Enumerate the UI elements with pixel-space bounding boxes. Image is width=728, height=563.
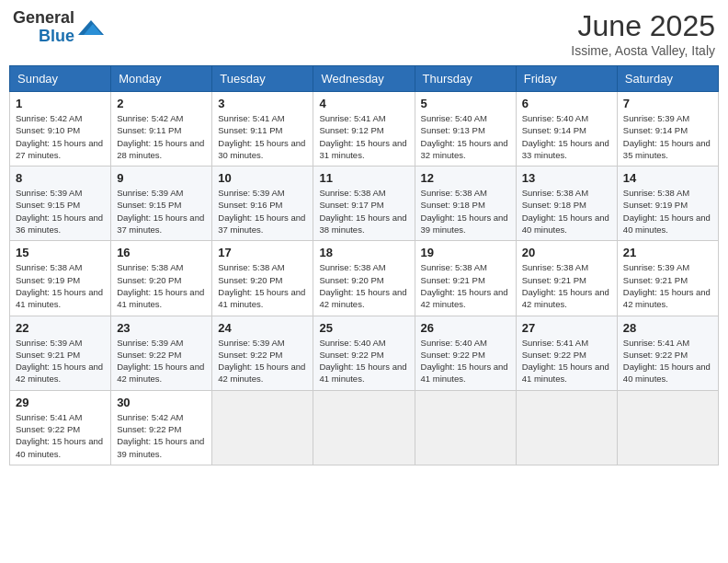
day-number: 27 xyxy=(522,321,611,335)
page-header: General Blue June 2025 Issime, Aosta Val… xyxy=(9,9,719,58)
day-info: Sunrise: 5:39 AMSunset: 9:22 PMDaylight:… xyxy=(117,337,206,385)
col-header-monday: Monday xyxy=(111,66,212,92)
day-info: Sunrise: 5:40 AMSunset: 9:22 PMDaylight:… xyxy=(319,337,408,385)
calendar-empty-cell xyxy=(617,390,718,465)
calendar-week-row: 29Sunrise: 5:41 AMSunset: 9:22 PMDayligh… xyxy=(10,390,719,465)
day-info: Sunrise: 5:42 AMSunset: 9:22 PMDaylight:… xyxy=(117,411,206,460)
day-info: Sunrise: 5:42 AMSunset: 9:11 PMDaylight:… xyxy=(117,112,206,161)
day-number: 11 xyxy=(319,171,408,185)
calendar-cell: 22Sunrise: 5:39 AMSunset: 9:21 PMDayligh… xyxy=(10,316,111,390)
day-number: 5 xyxy=(421,97,510,110)
day-info: Sunrise: 5:39 AMSunset: 9:14 PMDaylight:… xyxy=(623,112,712,161)
day-number: 22 xyxy=(16,321,105,335)
calendar-table: SundayMondayTuesdayWednesdayThursdayFrid… xyxy=(9,65,719,465)
logo: General Blue xyxy=(13,9,104,46)
day-info: Sunrise: 5:38 AMSunset: 9:21 PMDaylight:… xyxy=(522,261,611,310)
day-info: Sunrise: 5:40 AMSunset: 9:13 PMDaylight:… xyxy=(421,112,510,161)
calendar-cell: 12Sunrise: 5:38 AMSunset: 9:18 PMDayligh… xyxy=(415,167,516,241)
calendar-cell: 17Sunrise: 5:38 AMSunset: 9:20 PMDayligh… xyxy=(212,241,313,316)
calendar-cell: 29Sunrise: 5:41 AMSunset: 9:22 PMDayligh… xyxy=(10,390,111,465)
calendar-cell: 23Sunrise: 5:39 AMSunset: 9:22 PMDayligh… xyxy=(111,316,212,390)
calendar-cell: 3Sunrise: 5:41 AMSunset: 9:11 PMDaylight… xyxy=(212,92,313,167)
calendar-cell: 8Sunrise: 5:39 AMSunset: 9:15 PMDaylight… xyxy=(10,167,111,241)
day-number: 24 xyxy=(218,321,307,335)
day-info: Sunrise: 5:38 AMSunset: 9:18 PMDaylight:… xyxy=(522,187,611,236)
calendar-cell: 21Sunrise: 5:39 AMSunset: 9:21 PMDayligh… xyxy=(617,241,718,316)
day-info: Sunrise: 5:38 AMSunset: 9:20 PMDaylight:… xyxy=(218,261,307,310)
day-number: 13 xyxy=(522,171,611,185)
day-number: 2 xyxy=(117,97,206,110)
day-number: 28 xyxy=(623,321,712,335)
calendar-week-row: 15Sunrise: 5:38 AMSunset: 9:19 PMDayligh… xyxy=(10,241,719,316)
col-header-sunday: Sunday xyxy=(10,66,111,92)
day-info: Sunrise: 5:39 AMSunset: 9:15 PMDaylight:… xyxy=(16,187,105,236)
day-info: Sunrise: 5:38 AMSunset: 9:20 PMDaylight:… xyxy=(117,261,206,310)
calendar-empty-cell xyxy=(313,390,415,465)
calendar-empty-cell xyxy=(516,390,617,465)
day-number: 7 xyxy=(623,97,712,110)
day-info: Sunrise: 5:41 AMSunset: 9:22 PMDaylight:… xyxy=(16,411,105,460)
calendar-cell: 6Sunrise: 5:40 AMSunset: 9:14 PMDaylight… xyxy=(516,92,617,167)
day-info: Sunrise: 5:39 AMSunset: 9:22 PMDaylight:… xyxy=(218,337,307,385)
day-number: 10 xyxy=(218,171,307,185)
col-header-friday: Friday xyxy=(516,66,617,92)
day-info: Sunrise: 5:38 AMSunset: 9:21 PMDaylight:… xyxy=(421,261,510,310)
calendar-header-row: SundayMondayTuesdayWednesdayThursdayFrid… xyxy=(10,66,719,92)
logo-general: General xyxy=(13,9,74,28)
day-info: Sunrise: 5:41 AMSunset: 9:22 PMDaylight:… xyxy=(522,337,611,385)
col-header-thursday: Thursday xyxy=(415,66,516,92)
calendar-cell: 28Sunrise: 5:41 AMSunset: 9:22 PMDayligh… xyxy=(617,316,718,390)
calendar-cell: 1Sunrise: 5:42 AMSunset: 9:10 PMDaylight… xyxy=(10,92,111,167)
calendar-week-row: 8Sunrise: 5:39 AMSunset: 9:15 PMDaylight… xyxy=(10,167,719,241)
calendar-empty-cell xyxy=(212,390,313,465)
day-number: 25 xyxy=(319,321,408,335)
day-number: 29 xyxy=(16,396,105,409)
day-number: 12 xyxy=(421,171,510,185)
day-number: 19 xyxy=(421,246,510,259)
logo-icon xyxy=(78,17,104,39)
day-info: Sunrise: 5:40 AMSunset: 9:22 PMDaylight:… xyxy=(421,337,510,385)
day-number: 20 xyxy=(522,246,611,259)
day-number: 23 xyxy=(117,321,206,335)
calendar-cell: 24Sunrise: 5:39 AMSunset: 9:22 PMDayligh… xyxy=(212,316,313,390)
calendar-cell: 25Sunrise: 5:40 AMSunset: 9:22 PMDayligh… xyxy=(313,316,415,390)
day-info: Sunrise: 5:39 AMSunset: 9:21 PMDaylight:… xyxy=(623,261,712,310)
calendar-cell: 9Sunrise: 5:39 AMSunset: 9:15 PMDaylight… xyxy=(111,167,212,241)
day-info: Sunrise: 5:38 AMSunset: 9:18 PMDaylight:… xyxy=(421,187,510,236)
day-info: Sunrise: 5:38 AMSunset: 9:20 PMDaylight:… xyxy=(319,261,408,310)
calendar-cell: 20Sunrise: 5:38 AMSunset: 9:21 PMDayligh… xyxy=(516,241,617,316)
calendar-cell: 14Sunrise: 5:38 AMSunset: 9:19 PMDayligh… xyxy=(617,167,718,241)
day-info: Sunrise: 5:41 AMSunset: 9:11 PMDaylight:… xyxy=(218,112,307,161)
calendar-cell: 5Sunrise: 5:40 AMSunset: 9:13 PMDaylight… xyxy=(415,92,516,167)
day-info: Sunrise: 5:38 AMSunset: 9:19 PMDaylight:… xyxy=(16,261,105,310)
day-info: Sunrise: 5:41 AMSunset: 9:22 PMDaylight:… xyxy=(623,337,712,385)
calendar-cell: 10Sunrise: 5:39 AMSunset: 9:16 PMDayligh… xyxy=(212,167,313,241)
calendar-cell: 11Sunrise: 5:38 AMSunset: 9:17 PMDayligh… xyxy=(313,167,415,241)
day-info: Sunrise: 5:40 AMSunset: 9:14 PMDaylight:… xyxy=(522,112,611,161)
day-info: Sunrise: 5:41 AMSunset: 9:12 PMDaylight:… xyxy=(319,112,408,161)
day-number: 9 xyxy=(117,171,206,185)
col-header-wednesday: Wednesday xyxy=(313,66,415,92)
day-number: 17 xyxy=(218,246,307,259)
day-info: Sunrise: 5:39 AMSunset: 9:21 PMDaylight:… xyxy=(16,337,105,385)
calendar-cell: 13Sunrise: 5:38 AMSunset: 9:18 PMDayligh… xyxy=(516,167,617,241)
day-number: 3 xyxy=(218,97,307,110)
day-info: Sunrise: 5:42 AMSunset: 9:10 PMDaylight:… xyxy=(16,112,105,161)
month-title: June 2025 xyxy=(571,9,715,43)
location-title: Issime, Aosta Valley, Italy xyxy=(571,43,715,58)
day-info: Sunrise: 5:38 AMSunset: 9:19 PMDaylight:… xyxy=(623,187,712,236)
day-number: 30 xyxy=(117,396,206,409)
calendar-cell: 7Sunrise: 5:39 AMSunset: 9:14 PMDaylight… xyxy=(617,92,718,167)
day-number: 8 xyxy=(16,171,105,185)
day-number: 26 xyxy=(421,321,510,335)
day-number: 14 xyxy=(623,171,712,185)
calendar-cell: 4Sunrise: 5:41 AMSunset: 9:12 PMDaylight… xyxy=(313,92,415,167)
day-number: 4 xyxy=(319,97,408,110)
day-info: Sunrise: 5:38 AMSunset: 9:17 PMDaylight:… xyxy=(319,187,408,236)
col-header-saturday: Saturday xyxy=(617,66,718,92)
col-header-tuesday: Tuesday xyxy=(212,66,313,92)
calendar-week-row: 22Sunrise: 5:39 AMSunset: 9:21 PMDayligh… xyxy=(10,316,719,390)
calendar-cell: 18Sunrise: 5:38 AMSunset: 9:20 PMDayligh… xyxy=(313,241,415,316)
day-number: 15 xyxy=(16,246,105,259)
day-info: Sunrise: 5:39 AMSunset: 9:15 PMDaylight:… xyxy=(117,187,206,236)
